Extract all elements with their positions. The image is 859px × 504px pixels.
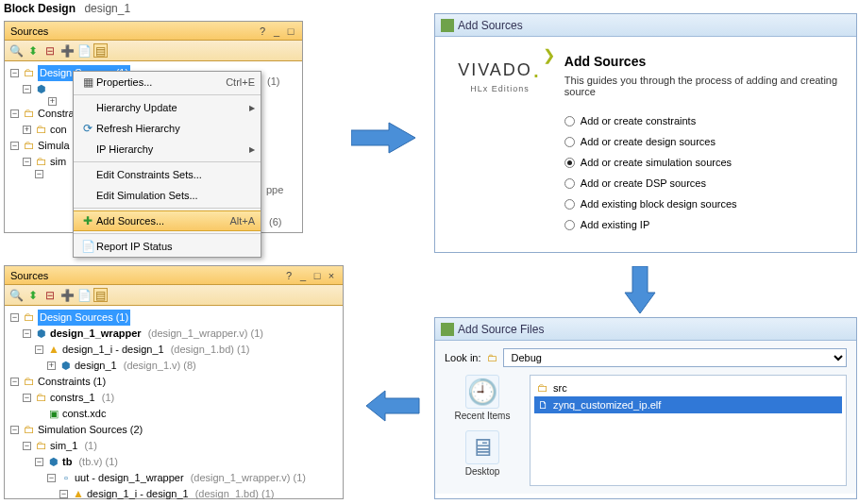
menu-item-refresh-hierarchy[interactable]: ⟳ Refresh Hierarchy [74, 118, 261, 139]
collapse-icon[interactable]: − [23, 158, 31, 166]
dim-label: (tb.v) (1) [78, 454, 118, 470]
con-sub-label: con [50, 122, 67, 138]
sort-icon[interactable]: ⬍ [25, 43, 41, 59]
menu-item-add-sources[interactable]: ✚ Add Sources... Alt+A [74, 210, 261, 231]
tree-row-constrs1[interactable]: −🗀constrs_1 (1) [10, 390, 337, 406]
toggle-icon[interactable]: ▤ [93, 288, 108, 302]
toggle-icon[interactable]: ▤ [93, 43, 108, 58]
panel-header: Sources ? _ □ × [5, 266, 343, 285]
hierarchy-icon[interactable]: 📄 [76, 43, 92, 59]
radio-dsp[interactable]: Add or create DSP sources [564, 173, 843, 193]
dialog-title: Add Source Files [458, 323, 544, 336]
add-icon[interactable]: ➕ [59, 288, 75, 303]
tree-row-simsources[interactable]: −🗀Simulation Sources (2) [10, 422, 337, 438]
radio-label: Add or create DSP sources [581, 177, 706, 189]
submenu-arrow-icon: ▶ [249, 145, 255, 154]
folder-icon: 🗀 [35, 390, 48, 406]
radio-ip[interactable]: Add existing IP [564, 214, 843, 235]
minimize-icon[interactable]: _ [271, 22, 282, 40]
collapse-icon[interactable]: − [47, 474, 56, 482]
menu-item-ip-hierarchy[interactable]: IP Hierarchy ▶ [74, 139, 261, 160]
collapse-icon[interactable]: − [23, 442, 31, 450]
dialog-titlebar: Add Source Files [435, 318, 856, 341]
maximize-icon[interactable]: □ [312, 266, 323, 284]
collapse-icon[interactable]: − [35, 345, 43, 354]
collapse-icon[interactable]: − [35, 170, 43, 178]
tree-row-instance[interactable]: −▲design_1_i - design_1 (design_1.bd) (1… [10, 342, 337, 358]
app-icon [441, 19, 454, 32]
label: const.xdc [62, 406, 106, 422]
tree-row-leaf[interactable]: +⬢design_1 (design_1.v) (8) [10, 358, 337, 374]
simulation-label: Simula [38, 138, 70, 154]
label: design_1_wrapper [50, 326, 142, 342]
minimize-icon[interactable]: _ [297, 266, 309, 284]
search-icon[interactable]: 🔍 [8, 288, 24, 303]
block-design-label: Block Design [4, 2, 76, 15]
tree-row-sim1[interactable]: −🗀sim_1 (1) [10, 438, 337, 454]
menu-item-report-ip[interactable]: 📄 Report IP Status [74, 236, 261, 257]
menu-item-properties[interactable]: ▦ Properties... Ctrl+E [74, 72, 261, 92]
label: design_1_i - design_1 [62, 342, 164, 358]
radio-simulation[interactable]: Add or create simulation sources [564, 152, 843, 173]
menu-item-edit-simulation[interactable]: Edit Simulation Sets... [74, 185, 261, 206]
collapse-icon[interactable]: ⊟ [42, 43, 58, 59]
expand-icon[interactable]: + [48, 97, 57, 106]
search-icon[interactable]: 🔍 [8, 43, 24, 59]
tree-row-wrapper[interactable]: −⬢design_1_wrapper (design_1_wrapper.v) … [10, 326, 337, 342]
tree-row-inst2[interactable]: −▲design_1_i - design_1 (design_1.bd) (1… [10, 486, 337, 502]
tree-row-constraints[interactable]: −🗀Constraints (1) [10, 374, 337, 390]
sidebar-recent[interactable]: 🕘 Recent Items [445, 375, 520, 421]
hierarchy-icon[interactable]: 📄 [76, 288, 92, 303]
help-icon[interactable]: ? [257, 22, 268, 40]
help-icon[interactable]: ? [283, 266, 295, 284]
menu-item-edit-constraints[interactable]: Edit Constraints Sets... [74, 164, 261, 185]
tree-row-xdc[interactable]: ▣const.xdc [10, 406, 337, 422]
radio-label: Add or create simulation sources [581, 157, 732, 168]
collapse-icon[interactable]: − [10, 378, 19, 386]
menu-item-hierarchy-update[interactable]: Hierarchy Update ▶ [74, 97, 261, 118]
collapse-icon[interactable]: − [23, 329, 31, 338]
collapse-icon[interactable]: − [59, 490, 68, 498]
menu-label: Report IP Status [96, 241, 255, 252]
dim-label: (design_1_wrapper.v) (1) [148, 326, 263, 342]
tree-row-tb[interactable]: −⬢tb (tb.v) (1) [10, 454, 337, 470]
radio-design[interactable]: Add or create design sources [564, 131, 843, 152]
radio-label: Add existing block design sources [581, 198, 737, 210]
file-row-elf[interactable]: 🗋 zynq_customized_ip.elf [534, 396, 842, 413]
collapse-icon[interactable]: − [23, 394, 31, 402]
radio-blockdesign[interactable]: Add existing block design sources [564, 193, 843, 214]
menu-label: Refresh Hierarchy [96, 123, 255, 134]
expand-icon[interactable]: + [23, 126, 31, 134]
flow-arrow-left [364, 387, 421, 425]
label: sim_1 [50, 438, 77, 454]
expand-icon[interactable]: + [47, 361, 56, 370]
collapse-icon[interactable]: ⊟ [42, 288, 58, 303]
collapse-icon[interactable]: − [10, 109, 19, 118]
close-icon[interactable]: × [326, 266, 337, 284]
lookin-dropdown[interactable]: Debug [503, 348, 847, 367]
file-row-folder[interactable]: 🗀 src [534, 379, 842, 396]
collapse-icon[interactable]: − [10, 69, 19, 77]
submenu-arrow-icon: ▶ [249, 104, 255, 112]
tree-row-uut[interactable]: −▫uut - design_1_wrapper (design_1_wrapp… [10, 470, 337, 486]
sidebar-desktop[interactable]: 🖥 Desktop [445, 430, 520, 477]
file-sidebar: 🕘 Recent Items 🖥 Desktop [445, 375, 520, 486]
file-name: src [553, 382, 567, 394]
maximize-icon[interactable]: □ [285, 22, 296, 40]
tree-row-design-sources[interactable]: −🗀Design Sources (1) [10, 310, 337, 326]
dim-label: (1) [102, 390, 114, 406]
flow-arrow-down [621, 266, 659, 315]
radio-icon [564, 199, 575, 210]
instance-icon: ▫ [59, 470, 73, 486]
radio-constraints[interactable]: Add or create constraints [564, 110, 843, 131]
label: design_1_i - design_1 [87, 486, 189, 502]
collapse-icon[interactable]: − [35, 458, 43, 466]
file-list[interactable]: 🗀 src 🗋 zynq_customized_ip.elf [530, 375, 847, 486]
collapse-icon[interactable]: − [10, 426, 19, 434]
collapse-icon[interactable]: − [23, 85, 31, 93]
add-icon[interactable]: ➕ [59, 43, 75, 59]
collapse-icon[interactable]: − [10, 313, 19, 322]
sort-icon[interactable]: ⬍ [25, 288, 41, 303]
radio-icon [564, 220, 575, 230]
collapse-icon[interactable]: − [10, 142, 19, 150]
